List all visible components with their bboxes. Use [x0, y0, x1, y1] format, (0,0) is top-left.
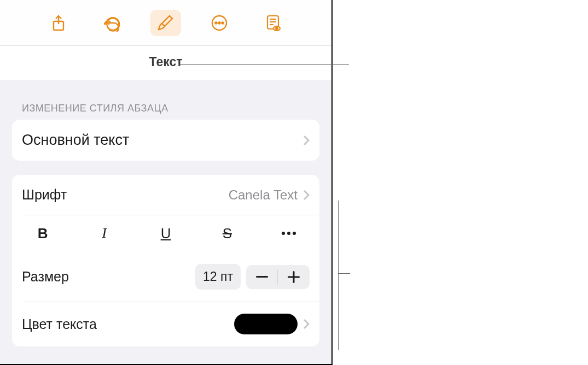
size-value-button[interactable]: 12 пт	[195, 264, 241, 290]
svg-rect-16	[293, 271, 295, 283]
paragraph-style-row[interactable]: Основной текст	[12, 120, 319, 161]
svg-point-3	[218, 22, 220, 23]
svg-point-13	[293, 232, 296, 235]
font-label: Шрифт	[22, 187, 67, 203]
text-style-row: B I U S	[12, 215, 319, 252]
share-icon	[50, 14, 67, 32]
callout-line	[338, 273, 350, 274]
text-color-row[interactable]: Цвет текста	[12, 302, 319, 346]
toolbar	[0, 0, 331, 46]
share-button[interactable]	[43, 10, 74, 36]
size-decrease-button[interactable]	[246, 265, 278, 289]
svg-rect-14	[256, 276, 268, 278]
plus-icon	[288, 271, 300, 283]
undo-icon-alt	[103, 14, 121, 32]
more-icon	[211, 14, 228, 32]
ellipsis-icon	[281, 231, 296, 236]
color-swatch[interactable]	[234, 314, 298, 334]
view-mode-button[interactable]	[258, 10, 288, 36]
strikethrough-button[interactable]: S	[196, 215, 258, 252]
svg-point-4	[222, 22, 223, 23]
tab-text[interactable]: Текст	[149, 55, 183, 72]
text-color-label: Цвет текста	[22, 316, 97, 332]
paragraph-style-card: Основной текст	[12, 120, 319, 161]
brush-icon	[157, 14, 174, 32]
font-card: Шрифт Canela Text B I U S	[12, 175, 319, 346]
callout-line	[338, 201, 339, 350]
paragraph-style-header: ИЗМЕНЕНИЕ СТИЛЯ АБЗАЦА	[12, 103, 319, 114]
size-stepper	[246, 265, 310, 289]
format-panel-content: ИЗМЕНЕНИЕ СТИЛЯ АБЗАЦА Основной текст Шр…	[0, 80, 331, 364]
more-button[interactable]	[204, 10, 235, 36]
bold-button[interactable]: B	[12, 215, 73, 252]
svg-point-10	[276, 27, 278, 30]
chevron-right-icon	[303, 135, 310, 146]
chevron-right-icon	[303, 190, 310, 201]
svg-point-11	[282, 232, 285, 235]
callout-line	[179, 64, 349, 65]
svg-point-2	[215, 22, 217, 23]
paragraph-style-label: Основной текст	[22, 132, 129, 149]
font-value: Canela Text	[229, 187, 298, 203]
minus-icon	[256, 276, 268, 278]
tab-row: Текст	[0, 46, 331, 80]
italic-button[interactable]: I	[73, 215, 135, 252]
svg-point-12	[287, 232, 290, 235]
size-label: Размер	[22, 269, 69, 285]
size-row: Размер 12 пт	[12, 252, 319, 302]
chevron-right-icon	[303, 319, 310, 329]
font-row[interactable]: Шрифт Canela Text	[12, 175, 319, 215]
reader-icon	[264, 14, 282, 32]
format-brush-button[interactable]	[150, 10, 181, 36]
more-text-options-button[interactable]	[258, 215, 319, 252]
undo-button[interactable]	[97, 10, 127, 36]
size-increase-button[interactable]	[278, 265, 310, 289]
underline-button[interactable]: U	[135, 215, 196, 252]
